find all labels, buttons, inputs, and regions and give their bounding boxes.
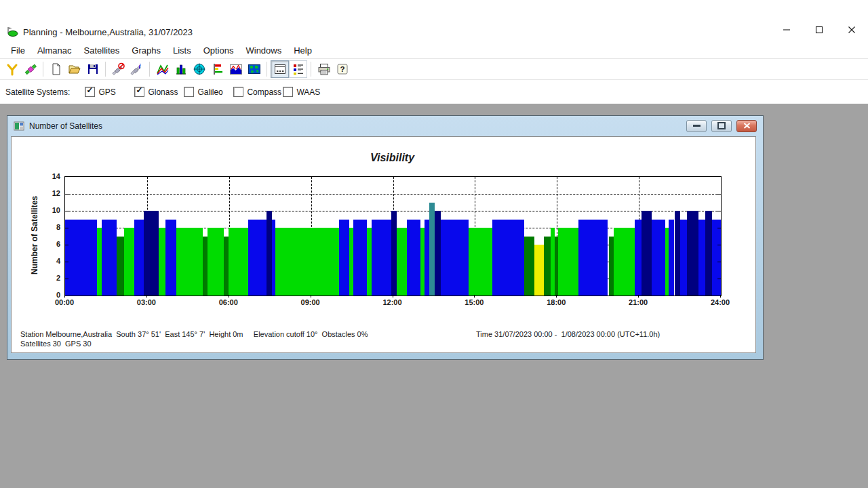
number-of-satellites-icon (174, 62, 188, 76)
visibility-bar (558, 228, 578, 296)
minimize-button[interactable] (770, 19, 803, 41)
visibility-bar (65, 220, 97, 296)
child-restore-button[interactable] (711, 120, 732, 132)
visibility-bar (176, 228, 203, 296)
checkbox-galileo[interactable]: Galileo (184, 87, 233, 97)
print-icon (317, 62, 331, 76)
visibility-bar (680, 220, 688, 296)
y-tick-label: 6 (37, 240, 60, 248)
station-edit-button[interactable] (3, 60, 21, 78)
menu-item-satellites[interactable]: Satellites (78, 44, 126, 57)
maximize-button[interactable] (803, 19, 835, 41)
menu-item-options[interactable]: Options (197, 44, 240, 57)
visibility-bar (635, 220, 642, 296)
world-map-button[interactable] (245, 60, 263, 78)
open-file-button[interactable] (65, 60, 83, 78)
visibility-bar (609, 237, 614, 296)
checkbox-box-compass[interactable] (233, 87, 243, 97)
x-tick-label: 21:00 (623, 298, 653, 306)
y-tick-label: 4 (37, 257, 60, 265)
visibility-bar (159, 228, 165, 296)
menu-item-help[interactable]: Help (288, 44, 318, 57)
menu-item-graphs[interactable]: Graphs (125, 44, 167, 57)
chart-window-icon (14, 121, 24, 131)
time-range-text: Time 31/07/2023 00:00 - 1/08/2023 00:00 … (476, 330, 660, 338)
dop-chart-button[interactable] (208, 60, 226, 78)
close-button[interactable] (835, 19, 868, 41)
number-of-satellites-button[interactable] (172, 60, 190, 78)
y-tick-mark (65, 245, 68, 245)
toolbar-separator (43, 62, 43, 77)
visibility-bar (391, 211, 397, 296)
satellite-disable-icon (112, 62, 125, 76)
y-tick-mark (65, 279, 68, 279)
visibility-bar (687, 211, 698, 296)
elevation-graph-button[interactable] (153, 60, 172, 78)
close-icon (848, 26, 856, 34)
checkbox-waas[interactable]: WAAS (283, 87, 332, 97)
satellite-almanac-button[interactable] (21, 60, 39, 78)
new-file-button[interactable] (47, 60, 65, 78)
visibility-bar (469, 228, 492, 296)
help-icon: ? (336, 62, 349, 76)
satellite-count-text: Satellites 30 GPS 30 (20, 340, 92, 348)
visibility-bar (675, 211, 680, 296)
checkbox-label: WAAS (296, 87, 320, 97)
visibility-bar (712, 220, 721, 296)
visibility-bar (492, 220, 524, 296)
visibility-bar (102, 220, 117, 296)
visibility-bar (524, 237, 534, 296)
satellite-systems-bar: Satellite Systems: ✓GPS✓GlonassGalileoCo… (0, 80, 868, 104)
x-tick-mark (64, 295, 65, 298)
tile-windows-button[interactable] (289, 60, 307, 78)
minimize-icon (693, 125, 701, 127)
gridline-horizontal (65, 194, 721, 195)
child-close-button[interactable] (736, 120, 757, 132)
y-tick-label: 8 (37, 223, 60, 231)
menu-item-lists[interactable]: Lists (167, 44, 197, 57)
menu-item-windows[interactable]: Windows (239, 44, 288, 57)
child-titlebar[interactable]: Number of Satellites (7, 116, 763, 136)
checkbox-box-glonass[interactable]: ✓ (134, 87, 144, 97)
checkbox-glonass[interactable]: ✓Glonass (134, 87, 184, 97)
y-tick-label: 2 (37, 274, 60, 282)
x-tick-label: 00:00 (50, 298, 79, 306)
y-tick-mark (717, 245, 721, 245)
satellite-disable-button[interactable] (109, 60, 127, 78)
visibility-area-button[interactable] (226, 60, 245, 78)
visibility-bar (165, 220, 176, 296)
satellite-info-button[interactable]: i (127, 60, 146, 78)
child-minimize-button[interactable] (686, 120, 707, 132)
visibility-bar (117, 237, 125, 296)
checkbox-box-gps[interactable]: ✓ (85, 87, 95, 97)
menu-item-file[interactable]: File (5, 44, 31, 57)
visibility-bar (134, 220, 144, 296)
sky-plot-button[interactable] (190, 60, 208, 78)
checkbox-gps[interactable]: ✓GPS (85, 87, 134, 97)
restore-icon (717, 122, 726, 129)
visibility-bar (339, 220, 349, 296)
checkbox-compass[interactable]: Compass (233, 87, 283, 97)
x-tick-label: 12:00 (378, 298, 408, 306)
window-title: Planning - Melbourne,Australia, 31/07/20… (23, 27, 193, 37)
help-button[interactable]: ? (333, 60, 351, 78)
single-window-button[interactable] (271, 60, 289, 78)
x-tick-label: 18:00 (541, 298, 571, 306)
print-button[interactable] (315, 60, 333, 78)
visibility-bar (544, 237, 551, 296)
toolbar-separator (311, 62, 311, 77)
check-icon: ✓ (86, 85, 93, 95)
menu-bar: FileAlmanacSatellitesGraphsListsOptionsW… (0, 42, 868, 58)
visibility-bar (669, 220, 675, 296)
save-file-button[interactable] (83, 60, 102, 78)
maximize-icon (815, 26, 823, 34)
menu-item-almanac[interactable]: Almanac (31, 44, 78, 57)
toolbar: i (0, 58, 868, 80)
x-tick-mark (311, 295, 311, 298)
visibility-bar (229, 228, 248, 296)
checkbox-box-waas[interactable] (283, 87, 293, 97)
visibility-bar (429, 203, 435, 296)
checkbox-box-galileo[interactable] (184, 87, 194, 97)
main-titlebar[interactable]: Planning - Melbourne,Australia, 31/07/20… (0, 0, 868, 42)
world-map-icon (248, 62, 261, 76)
